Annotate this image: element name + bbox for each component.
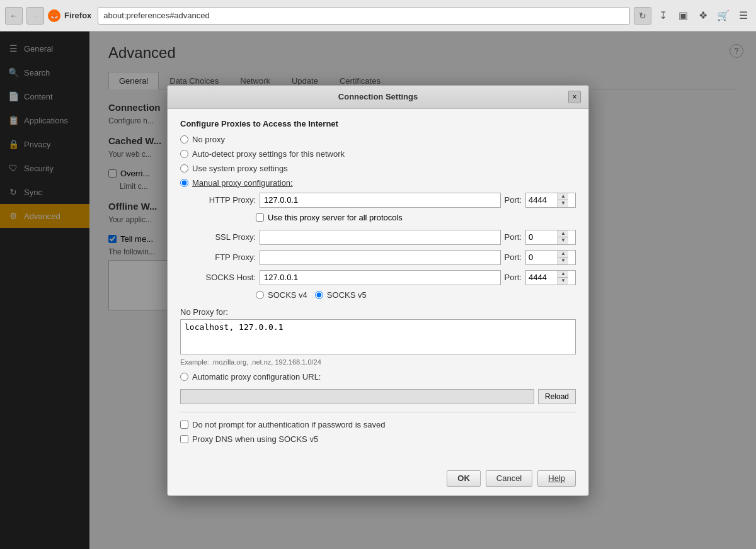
proxy-dns-checkbox[interactable]	[180, 435, 188, 443]
http-port-spinners: ▲ ▼	[558, 193, 568, 207]
help-button[interactable]: Help	[537, 470, 576, 487]
ftp-proxy-input[interactable]	[260, 250, 501, 265]
http-proxy-row: HTTP Proxy: Port: ▲ ▼	[180, 193, 576, 208]
no-proxy-for-label: No Proxy for:	[180, 307, 576, 317]
connection-settings-dialog: Connection Settings × Configure Proxies …	[167, 85, 589, 496]
http-port-up[interactable]: ▲	[558, 193, 568, 201]
dialog-body: Configure Proxies to Access the Internet…	[168, 109, 588, 464]
tab-icon[interactable]: ▣	[675, 8, 690, 23]
http-port-label: Port:	[505, 195, 522, 205]
auto-proxy-radio[interactable]	[180, 373, 188, 381]
socks-port-wrapper: ▲ ▼	[525, 270, 576, 285]
socks-host-row: SOCKS Host: Port: ▲ ▼	[180, 270, 576, 285]
ftp-proxy-row: FTP Proxy: Port: ▲ ▼	[180, 250, 576, 265]
dialog-footer: OK Cancel Help	[168, 464, 588, 495]
socks-port-input[interactable]	[526, 271, 558, 285]
toolbar-icons: ↧ ▣ ❖ 🛒 ☰	[655, 8, 751, 23]
cart-icon[interactable]: 🛒	[716, 8, 731, 23]
back-button[interactable]: ←	[5, 7, 23, 25]
ftp-port-label: Port:	[505, 252, 522, 262]
http-port-wrapper: ▲ ▼	[525, 193, 576, 208]
firefox-icon: 🦊	[48, 9, 60, 22]
auto-detect-label: Auto-detect proxy settings for this netw…	[192, 149, 345, 159]
ssl-port-wrapper: ▲ ▼	[525, 230, 576, 245]
cancel-button[interactable]: Cancel	[486, 470, 532, 487]
no-proxy-textarea[interactable]: localhost, 127.0.0.1	[180, 319, 576, 354]
use-for-all-checkbox[interactable]	[256, 213, 264, 222]
no-proxy-label: No proxy	[192, 135, 225, 144]
no-proxy-section: No Proxy for: localhost, 127.0.0.1 Examp…	[180, 307, 576, 366]
system-proxy-radio[interactable]	[180, 164, 188, 173]
auto-detect-option: Auto-detect proxy settings for this netw…	[180, 149, 576, 159]
use-for-all-label: Use this proxy server for all protocols	[268, 213, 403, 222]
http-port-down[interactable]: ▼	[558, 200, 568, 207]
proxy-dns-row: Proxy DNS when using SOCKS v5	[180, 434, 576, 444]
auto-detect-radio[interactable]	[180, 150, 188, 158]
pocket-icon[interactable]: ❖	[696, 8, 711, 23]
socks-v4-radio[interactable]	[256, 291, 264, 299]
address-bar[interactable]	[98, 7, 630, 25]
socks-v5-label: SOCKS v5	[327, 290, 367, 300]
dialog-header: Connection Settings ×	[168, 86, 588, 109]
menu-icon[interactable]: ☰	[736, 8, 751, 23]
no-proxy-option: No proxy	[180, 135, 576, 144]
http-proxy-input[interactable]	[260, 193, 501, 208]
ftp-port-down[interactable]: ▼	[558, 258, 568, 264]
divider	[180, 412, 576, 412]
system-proxy-label: Use system proxy settings	[192, 164, 288, 173]
ftp-port-up[interactable]: ▲	[558, 251, 568, 258]
ssl-proxy-label: SSL Proxy:	[180, 232, 256, 242]
http-proxy-label: HTTP Proxy:	[180, 195, 256, 205]
browser-label: Firefox	[64, 11, 91, 20]
socks-v4-option: SOCKS v4	[256, 290, 307, 300]
ftp-port-input[interactable]	[526, 251, 558, 264]
ftp-port-spinners: ▲ ▼	[558, 251, 568, 264]
use-for-all-row: Use this proxy server for all protocols	[256, 213, 576, 222]
http-port-input[interactable]	[526, 193, 558, 207]
ssl-proxy-input[interactable]	[260, 230, 501, 245]
socks-port-down[interactable]: ▼	[558, 278, 568, 285]
ssl-port-up[interactable]: ▲	[558, 230, 568, 238]
socks-host-input[interactable]	[260, 270, 501, 285]
ssl-proxy-row: SSL Proxy: Port: ▲ ▼	[180, 230, 576, 245]
ssl-port-spinners: ▲ ▼	[558, 230, 568, 244]
bottom-checkboxes: Do not prompt for authentication if pass…	[180, 420, 576, 444]
auto-proxy-input[interactable]	[180, 389, 534, 404]
dialog-title: Connection Settings	[188, 92, 568, 101]
manual-proxy-label: Manual proxy configuration:	[192, 178, 293, 188]
no-auth-prompt-label: Do not prompt for authentication if pass…	[192, 420, 385, 429]
download-icon[interactable]: ↧	[655, 8, 670, 23]
ok-button[interactable]: OK	[447, 470, 481, 487]
ftp-proxy-label: FTP Proxy:	[180, 252, 256, 262]
socks-v4-label: SOCKS v4	[268, 290, 307, 300]
ssl-port-input[interactable]	[526, 230, 558, 244]
browser-chrome: ← → 🦊 Firefox ↻ ↧ ▣ ❖ 🛒 ☰	[0, 0, 756, 31]
auto-proxy-url-label: Automatic proxy configuration URL:	[192, 372, 321, 382]
ftp-port-wrapper: ▲ ▼	[525, 250, 576, 265]
socks-host-label: SOCKS Host:	[180, 273, 256, 282]
socks-port-up[interactable]: ▲	[558, 271, 568, 278]
auto-proxy-input-row: Reload	[180, 389, 576, 404]
manual-proxy-radio[interactable]	[180, 179, 188, 187]
reload-button[interactable]: Reload	[538, 389, 576, 404]
dialog-close-button[interactable]: ×	[568, 91, 581, 103]
no-auth-prompt-row: Do not prompt for authentication if pass…	[180, 420, 576, 429]
ssl-port-down[interactable]: ▼	[558, 237, 568, 244]
socks-v5-option: SOCKS v5	[315, 290, 367, 300]
socks-port-label: Port:	[505, 273, 522, 282]
socks-v5-radio[interactable]	[315, 291, 323, 299]
overlay: Connection Settings × Configure Proxies …	[0, 31, 756, 549]
no-proxy-radio[interactable]	[180, 135, 188, 144]
socks-version-row: SOCKS v4 SOCKS v5	[256, 290, 576, 300]
proxy-section-heading: Configure Proxies to Access the Internet	[180, 119, 576, 128]
auto-proxy-row: Automatic proxy configuration URL:	[180, 372, 576, 382]
forward-button[interactable]: →	[26, 7, 44, 25]
socks-port-spinners: ▲ ▼	[558, 271, 568, 285]
ssl-port-label: Port:	[505, 232, 522, 242]
reload-button[interactable]: ↻	[634, 7, 651, 25]
proxy-dns-label: Proxy DNS when using SOCKS v5	[192, 434, 318, 444]
manual-proxy-option: Manual proxy configuration:	[180, 178, 576, 188]
system-proxy-option: Use system proxy settings	[180, 164, 576, 173]
no-auth-prompt-checkbox[interactable]	[180, 421, 188, 429]
no-proxy-example: Example: .mozilla.org, .net.nz, 192.168.…	[180, 358, 576, 366]
